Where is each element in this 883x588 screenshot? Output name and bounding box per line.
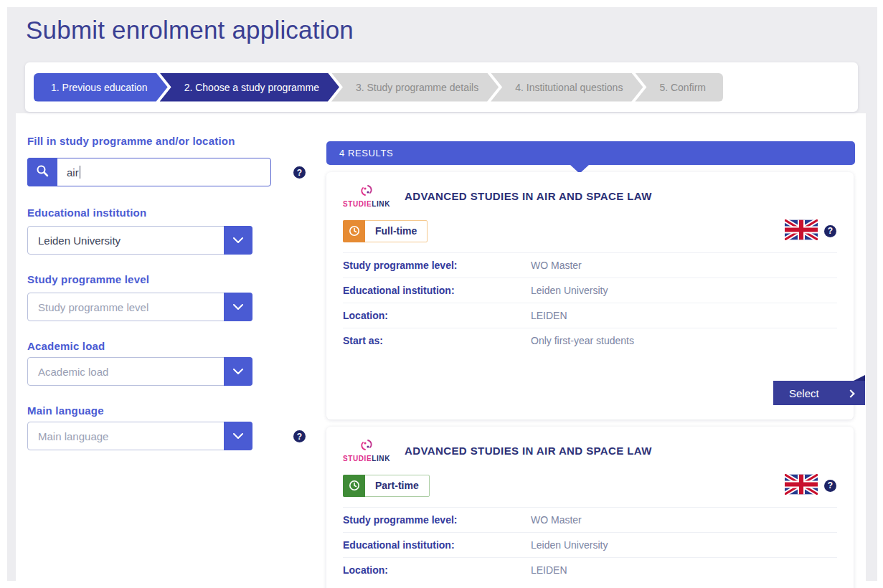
load-label: Academic load [27, 340, 105, 352]
badge-label: Part-time [365, 475, 429, 496]
detail-row: Start as:Only first-year students [343, 328, 837, 353]
select-button-label: Select [789, 387, 819, 399]
uk-flag-icon [785, 219, 818, 243]
chevron-down-icon[interactable] [224, 422, 252, 450]
detail-rows: Study programme level:WO Master Educatio… [343, 507, 837, 582]
chevron-down-icon[interactable] [224, 357, 252, 386]
page-title: Submit enrolment application [26, 16, 354, 44]
row-value: Only first-year students [531, 335, 634, 346]
row-value: WO Master [531, 260, 582, 271]
programme-card: STUDIELINK ADVANCED STUDIES IN AIR AND S… [326, 427, 854, 588]
card-header: STUDIELINK ADVANCED STUDIES IN AIR AND S… [326, 427, 854, 464]
select-ribbon-fold [854, 375, 865, 381]
flag-help-icon[interactable]: ? [824, 480, 836, 492]
programme-card: STUDIELINK ADVANCED STUDIES IN AIR AND S… [326, 172, 854, 419]
flag-help-icon[interactable]: ? [824, 225, 836, 237]
row-label: Educational institution: [343, 539, 531, 551]
content-panel: Fill in study programme and/or location … [16, 113, 866, 588]
row-value: Leiden University [531, 539, 608, 551]
language-help-icon[interactable]: ? [293, 430, 306, 442]
row-label: Educational institution: [343, 285, 531, 296]
language-placeholder: Main language [38, 430, 108, 442]
chevron-down-icon[interactable] [224, 226, 252, 255]
step-institutional-questions[interactable]: 4. Institutional questions [491, 73, 643, 102]
chevron-right-icon [846, 389, 854, 397]
uk-flag-icon [785, 474, 818, 498]
studielink-wordmark: STUDIELINK [343, 200, 390, 208]
row-label: Location: [343, 564, 531, 576]
programme-title: ADVANCED STUDIES IN AIR AND SPACE LAW [405, 190, 652, 202]
load-placeholder: Academic load [38, 366, 108, 378]
level-placeholder: Study programme level [38, 301, 148, 313]
detail-row: Location:LEIDEN [343, 557, 837, 582]
studielink-wordmark: STUDIELINK [343, 455, 390, 463]
results-count-banner: 4 RESULTS [326, 141, 855, 165]
step-previous-education[interactable]: 1. Previous education [34, 73, 168, 102]
studielink-logo: STUDIELINK [337, 439, 396, 463]
chevron-down-icon[interactable] [224, 293, 252, 321]
language-label: Main language [27, 404, 104, 417]
clock-icon [343, 220, 365, 242]
search-button[interactable] [27, 158, 57, 186]
studielink-swirl-icon [358, 184, 375, 199]
level-dropdown[interactable]: Study programme level [27, 293, 252, 321]
fulltime-badge: Full-time [343, 220, 428, 242]
results-panel: 4 RESULTS STUDIELINK ADVANCED STUDIES IN… [326, 141, 855, 165]
detail-row: Study programme level:WO Master [343, 507, 837, 532]
institution-dropdown[interactable]: Leiden University [27, 226, 252, 255]
language-flag-group: ? [785, 474, 836, 498]
card-header: STUDIELINK ADVANCED STUDIES IN AIR AND S… [326, 172, 854, 209]
row-label: Study programme level: [343, 260, 531, 271]
text-caret [80, 166, 80, 179]
language-dropdown[interactable]: Main language [27, 422, 252, 450]
row-value: Leiden University [531, 285, 608, 296]
row-value: WO Master [531, 514, 582, 526]
detail-row: Educational institution:Leiden Universit… [343, 532, 837, 557]
detail-row: Location:LEIDEN [343, 303, 837, 328]
row-label: Start as: [343, 335, 531, 346]
search-box[interactable]: air [27, 158, 271, 186]
results-count-label: 4 RESULTS [339, 148, 393, 158]
institution-label: Educational institution [27, 207, 146, 219]
clock-icon [343, 475, 365, 497]
search-help-icon[interactable]: ? [293, 166, 306, 179]
level-label: Study programme level [27, 273, 149, 285]
row-value: LEIDEN [531, 564, 567, 576]
studielink-swirl-icon [358, 439, 375, 454]
studielink-logo: STUDIELINK [337, 184, 396, 208]
search-input[interactable]: air [57, 158, 270, 186]
parttime-badge: Part-time [343, 475, 430, 497]
step-confirm[interactable]: 5. Confirm [635, 73, 723, 102]
step-choose-study-programme[interactable]: 2. Choose a study programme [160, 73, 339, 102]
detail-row: Educational institution:Leiden Universit… [343, 278, 837, 303]
badge-label: Full-time [365, 221, 427, 242]
badge-row: Part-time ? [326, 474, 854, 497]
row-label: Study programme level: [343, 514, 531, 526]
row-value: LEIDEN [531, 310, 567, 321]
search-icon [36, 164, 49, 180]
select-button[interactable]: Select [773, 381, 865, 405]
badge-row: Full-time ? [326, 219, 854, 242]
wizard-steps: 1. Previous education 2. Choose a study … [25, 62, 858, 112]
load-dropdown[interactable]: Academic load [27, 357, 252, 386]
step-study-programme-details[interactable]: 3. Study programme details [331, 73, 499, 102]
programme-title: ADVANCED STUDIES IN AIR AND SPACE LAW [405, 445, 652, 457]
institution-value: Leiden University [38, 234, 121, 247]
detail-row: Study programme level:WO Master [343, 252, 837, 278]
search-label: Fill in study programme and/or location [27, 135, 235, 147]
language-flag-group: ? [785, 219, 836, 243]
detail-rows: Study programme level:WO Master Educatio… [343, 252, 837, 353]
row-label: Location: [343, 310, 531, 321]
